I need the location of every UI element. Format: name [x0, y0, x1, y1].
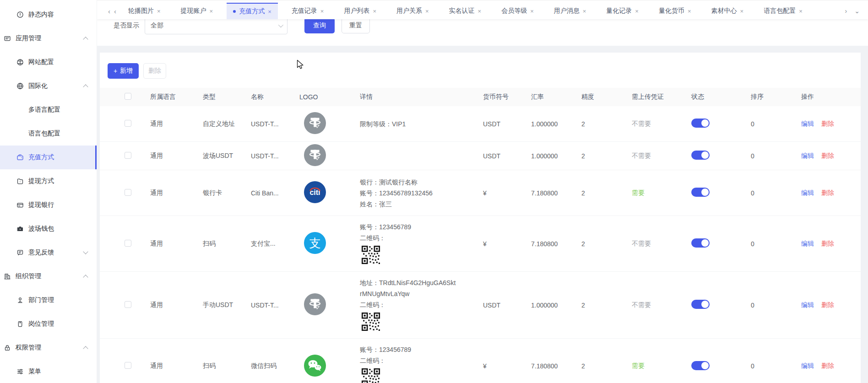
col-actions: 操作: [801, 93, 861, 101]
tab-quant-records[interactable]: 量化记录×: [600, 3, 645, 19]
tab-recharge-records[interactable]: 充值记录×: [285, 3, 331, 19]
tab-material-center[interactable]: 素材中心×: [705, 3, 750, 19]
delete-link[interactable]: 删除: [821, 362, 834, 369]
sidebar-item-post-management[interactable]: 岗位管理: [0, 312, 97, 336]
status-toggle[interactable]: [691, 238, 710, 248]
cell-language: 通用: [150, 240, 203, 248]
sidebar-item-permission-management[interactable]: 权限管理: [0, 336, 97, 360]
sidebar-item-label: 组织管理: [16, 272, 41, 281]
edit-link[interactable]: 编辑: [801, 240, 814, 247]
cell-currency-symbol: USDT: [483, 120, 531, 128]
delete-link[interactable]: 删除: [821, 301, 834, 308]
tab-recharge-method[interactable]: 充值方式×: [227, 3, 278, 19]
tabs-scroll-left-icon[interactable]: ‹: [106, 3, 112, 19]
sidebar-item-static-content[interactable]: 静态内容: [0, 3, 97, 27]
sidebar-item-menu[interactable]: 菜单: [0, 360, 97, 383]
sidebar-item-label: 权限管理: [16, 344, 41, 352]
edit-link[interactable]: 编辑: [801, 189, 814, 196]
delete-link[interactable]: 删除: [821, 152, 834, 159]
edit-link[interactable]: 编辑: [801, 152, 814, 159]
edit-link[interactable]: 编辑: [801, 301, 814, 308]
close-icon[interactable]: ×: [320, 8, 324, 15]
cell-rate: 7.180800: [531, 362, 581, 370]
row-checkbox[interactable]: [125, 152, 131, 159]
status-toggle[interactable]: [691, 188, 710, 197]
row-checkbox[interactable]: [125, 189, 131, 196]
table-row: 通用 自定义地址 USDT-T... 限制等级：VIP1 USDT 1.0000…: [100, 106, 861, 142]
row-checkbox[interactable]: [125, 362, 131, 369]
delete-button[interactable]: 删除: [143, 63, 166, 79]
sidebar-item-app-management[interactable]: 应用管理: [0, 27, 97, 50]
tabs-more-icon[interactable]: ⌄: [851, 7, 863, 15]
reset-button[interactable]: 重置: [342, 19, 370, 33]
sidebar-item-recharge-method[interactable]: 充值方式: [0, 146, 97, 169]
tether-logo: [304, 112, 326, 134]
close-icon[interactable]: ×: [799, 8, 803, 15]
tab-user-list[interactable]: 用户列表×: [337, 3, 383, 19]
edit-link[interactable]: 编辑: [801, 362, 814, 369]
delete-link[interactable]: 删除: [821, 120, 834, 127]
sidebar-item-organization-management[interactable]: 组织管理: [0, 264, 97, 288]
close-icon[interactable]: ×: [530, 8, 534, 15]
delete-link[interactable]: 删除: [821, 189, 834, 196]
delete-link[interactable]: 删除: [821, 240, 834, 247]
close-icon[interactable]: ×: [688, 8, 691, 15]
cell-language: 通用: [150, 189, 203, 197]
sidebar-item-label: 波场钱包: [28, 225, 54, 233]
tab-quant-currency[interactable]: 量化货币×: [652, 3, 698, 19]
col-rate: 汇率: [531, 93, 581, 101]
close-icon[interactable]: ×: [268, 8, 271, 15]
tab-user-relations[interactable]: 用户关系×: [390, 3, 435, 19]
status-toggle[interactable]: [691, 151, 710, 160]
detail-line: 账号：123456789: [360, 221, 483, 232]
cell-sort: 0: [751, 152, 801, 160]
sidebar-item-label: 充值方式: [28, 153, 54, 162]
col-language: 所属语言: [150, 93, 203, 101]
tab-langpack-config[interactable]: 语言包配置×: [757, 3, 809, 19]
close-icon[interactable]: ×: [425, 8, 429, 15]
sidebar-item-tron-wallet[interactable]: 波场钱包: [0, 217, 97, 241]
select-all-checkbox[interactable]: [125, 93, 131, 100]
sidebar-item-label: 提现方式: [28, 177, 54, 185]
sidebar-item-multilang-config[interactable]: 多语言配置: [0, 98, 97, 122]
row-checkbox[interactable]: [125, 301, 131, 308]
tabs-scroll-left-icon[interactable]: ‹: [112, 3, 118, 19]
close-icon[interactable]: ×: [157, 8, 161, 15]
add-button[interactable]: +新增: [108, 63, 139, 79]
close-icon[interactable]: ×: [635, 8, 639, 15]
close-icon[interactable]: ×: [740, 8, 744, 15]
sidebar-item-label: 应用管理: [16, 34, 41, 43]
chevron-down-icon: [83, 249, 88, 254]
tabs-scroll-right-icon[interactable]: ›: [841, 7, 851, 15]
tab-real-name-auth[interactable]: 实名认证×: [443, 3, 488, 19]
status-toggle[interactable]: [691, 119, 710, 128]
tab-member-level[interactable]: 会员等级×: [495, 3, 540, 19]
tab-user-messages[interactable]: 用户消息×: [548, 3, 593, 19]
visibility-select[interactable]: 全部: [145, 19, 288, 34]
tab-withdraw-account[interactable]: 提现账户×: [174, 3, 220, 19]
detail-line: 二维码：: [360, 232, 483, 243]
tab-carousel-images[interactable]: 轮播图片×: [122, 3, 167, 19]
status-toggle[interactable]: [691, 300, 710, 309]
row-checkbox[interactable]: [125, 120, 131, 127]
status-toggle[interactable]: [691, 361, 710, 370]
close-icon[interactable]: ×: [210, 8, 213, 15]
cell-rate: 1.000000: [531, 302, 581, 309]
sidebar-item-site-config[interactable]: 网站配置: [0, 50, 97, 74]
close-icon[interactable]: ×: [478, 8, 482, 15]
sidebar-item-internationalization[interactable]: 国际化: [0, 74, 97, 98]
close-icon[interactable]: ×: [583, 8, 586, 15]
cell-name: USDT-T...: [251, 120, 299, 128]
close-icon[interactable]: ×: [373, 8, 376, 15]
alipay-logo: 支: [304, 232, 326, 254]
sidebar-item-langpack-config[interactable]: 语言包配置: [0, 122, 97, 146]
toolbar: +新增 删除: [100, 53, 861, 79]
sidebar-item-department-management[interactable]: 部门管理: [0, 288, 97, 312]
search-button[interactable]: 查询: [304, 19, 335, 33]
sidebar-item-feedback[interactable]: 意见反馈: [0, 241, 97, 264]
sidebar-item-withdraw-method[interactable]: 提现方式: [0, 169, 97, 193]
plus-icon: +: [114, 67, 117, 75]
edit-link[interactable]: 编辑: [801, 120, 814, 127]
sidebar-item-withdraw-bank[interactable]: 提现银行: [0, 193, 97, 217]
row-checkbox[interactable]: [125, 240, 131, 247]
